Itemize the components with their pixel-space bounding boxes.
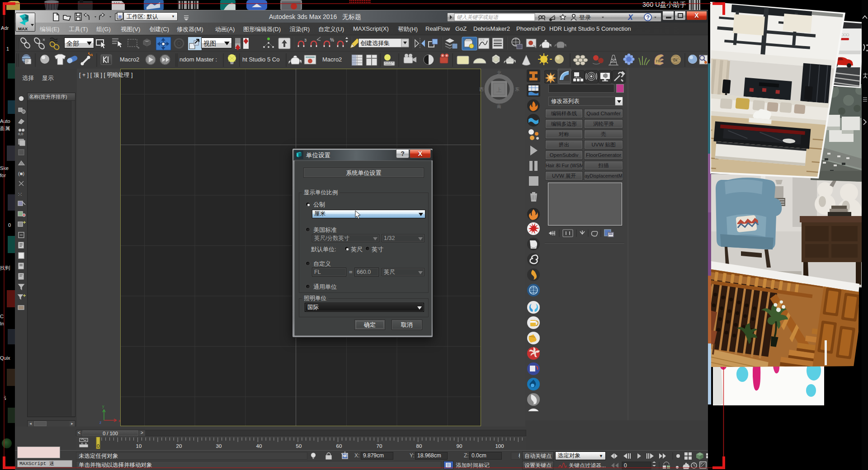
svg-text:0x: 0x [673,58,678,62]
svg-text:视图: 视图 [203,40,216,47]
svg-text:HF: HF [656,59,661,63]
svg-text:键入关键字或短语: 键入关键字或短语 [457,14,499,20]
svg-text:关键点过滤器...: 关键点过滤器... [569,462,606,469]
svg-text:80: 80 [416,443,422,449]
svg-text:10: 10 [136,443,142,449]
svg-text:ht Studio 5 Co: ht Studio 5 Co [242,56,279,63]
svg-text:70: 70 [377,443,382,449]
svg-text:60: 60 [336,443,342,449]
svg-text:东: 东 [515,87,519,92]
svg-text:50: 50 [296,443,302,449]
svg-text:20: 20 [176,443,182,449]
svg-text:创建选择集: 创建选择集 [360,40,390,47]
svg-text:30: 30 [216,443,222,449]
svg-text:%: % [330,38,334,42]
svg-text:3: 3 [304,38,307,42]
svg-text:0: 0 [624,462,627,469]
svg-text:0: 0 [97,443,99,449]
svg-text:上: 上 [496,87,502,93]
svg-text::∙:: :∙: [18,192,22,197]
svg-text:x: x [118,418,121,423]
svg-text:0,0: 0,0 [18,132,24,136]
svg-text:南: 南 [497,104,501,109]
svg-text:(■): (■) [18,171,24,176]
svg-text:X: X [627,14,633,21]
svg-text:y: y [102,404,104,409]
svg-text:?: ? [646,14,650,21]
svg-text:登录: 登录 [579,14,591,21]
svg-text:40: 40 [256,443,262,449]
svg-text:全部: 全部 [66,40,79,47]
svg-text:z: z [99,420,102,425]
svg-text:Macro2: Macro2 [322,56,342,63]
svg-text:ndom Master :: ndom Master : [179,56,217,63]
svg-text:北: 北 [497,70,502,75]
svg-text:90: 90 [457,443,462,449]
svg-text:西: 西 [479,87,484,92]
svg-text:Macro2: Macro2 [120,56,139,63]
svg-text:100: 100 [495,443,504,449]
svg-text:MAX: MAX [18,26,28,31]
